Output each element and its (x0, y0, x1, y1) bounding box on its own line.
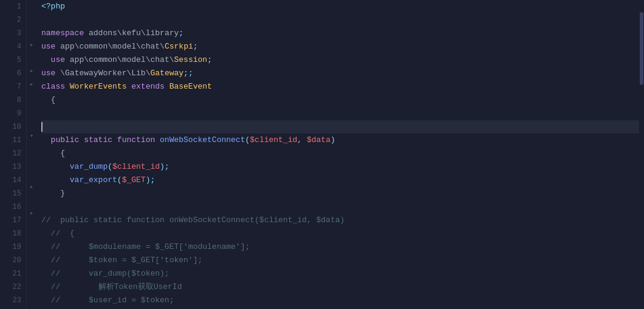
code-line (41, 120, 639, 134)
code-token: ; (150, 174, 155, 187)
code-token: common (79, 40, 108, 53)
code-line: use app\common\model\chat\Session; (41, 53, 639, 67)
code-token: { (41, 147, 65, 160)
code-token: { (60, 227, 74, 240)
code-token: model (112, 40, 136, 53)
code-token: ; (165, 160, 170, 174)
line-number: 2 (0, 13, 21, 27)
code-token: ( (108, 160, 112, 174)
code-token: model (122, 53, 146, 67)
code-token: \ (170, 53, 174, 67)
code-line: // { (41, 227, 639, 240)
code-token: var_dump($token); (60, 267, 169, 280)
code-token: $client_id (250, 134, 297, 147)
line-number: 15 (0, 187, 21, 200)
code-token: = (141, 240, 155, 254)
fold-marker[interactable]: ▸ (27, 206, 36, 220)
code-line: // var_dump($token); (41, 267, 639, 280)
line-number: 14 (0, 174, 21, 187)
code-token: chat (150, 53, 169, 67)
code-token: static (84, 134, 117, 147)
code-token: \ (60, 67, 65, 80)
code-line: use app\common\model\chat\Csrkpi; (41, 40, 639, 53)
code-token: use (41, 53, 70, 67)
code-line (41, 200, 639, 214)
code-token: \ (108, 40, 112, 53)
line-number: 16 (0, 200, 21, 214)
code-token: public (41, 134, 84, 147)
scrollbar[interactable] (639, 0, 644, 309)
fold-marker (27, 168, 36, 180)
line-number: 23 (0, 294, 21, 307)
code-token: onWebSocketConnect (160, 134, 245, 147)
code-token: use (41, 67, 60, 80)
code-area[interactable]: <?phpnamespace addons\kefu\library;use a… (36, 0, 639, 309)
code-token: ( (245, 134, 250, 147)
code-line: // 解析Token获取UserId (41, 280, 639, 294)
line-number: 12 (0, 147, 21, 160)
line-number: 13 (0, 160, 21, 174)
code-editor: 123456789101112131415161718192021222324 … (0, 0, 644, 309)
code-token: public static function onWebSocketConnec… (51, 214, 345, 227)
line-number: 20 (0, 254, 21, 267)
line-number: 22 (0, 280, 21, 294)
code-token: \ (160, 40, 165, 53)
code-token: Session (174, 53, 208, 67)
code-line: class WorkerEvents extends BaseEvent (41, 80, 639, 93)
code-token: \ (141, 27, 146, 40)
code-token: // (41, 214, 51, 227)
fold-marker (27, 245, 36, 258)
line-number: 1 (0, 0, 21, 13)
fold-marker (27, 13, 36, 25)
code-token: chat (141, 40, 160, 53)
fold-marker (27, 296, 36, 309)
fold-marker[interactable]: ▸ (27, 38, 36, 52)
fold-marker (27, 117, 36, 129)
code-line: public static function onWebSocketConnec… (41, 134, 639, 147)
code-token: GatewayWorker (65, 67, 126, 80)
code-token: // (41, 280, 60, 294)
fold-marker (27, 233, 36, 245)
code-token: app (70, 53, 84, 67)
code-token: ; (179, 27, 183, 40)
line-number: 7 (0, 80, 21, 93)
fold-marker[interactable]: ▸ (27, 180, 36, 194)
code-token: app (60, 40, 74, 53)
fold-gutter[interactable]: ▸▸▸▾▸▸ (27, 0, 36, 309)
fold-marker (27, 258, 36, 271)
code-token: // (41, 294, 60, 307)
fold-marker (27, 220, 36, 233)
code-token: <?php (41, 0, 65, 13)
code-token: $user_id = $token; (60, 294, 174, 307)
line-number: 4 (0, 40, 21, 53)
code-token: // (41, 254, 60, 267)
fold-marker[interactable]: ▸ (27, 64, 36, 78)
code-token: // (41, 267, 60, 280)
scrollbar-thumb[interactable] (640, 12, 643, 85)
code-line: namespace addons\kefu\library; (41, 27, 639, 40)
fold-marker (27, 143, 36, 155)
line-number: 11 (0, 134, 21, 147)
fold-marker[interactable]: ▾ (27, 129, 36, 143)
fold-marker (27, 91, 36, 104)
code-token: var_dump (41, 160, 108, 174)
code-token: 解析Token获取UserId (60, 280, 182, 294)
code-token: ; (193, 40, 198, 53)
code-token: $token = $_GET['token']; (60, 254, 202, 267)
line-number: 18 (0, 227, 21, 240)
fold-marker (27, 52, 36, 64)
code-token: ; (207, 53, 212, 67)
code-token: $client_id (112, 160, 160, 174)
code-token: \ (75, 40, 80, 53)
text-cursor (41, 122, 43, 132)
code-line: var_export($_GET); (41, 174, 639, 187)
code-token: addons (89, 27, 117, 40)
line-number: 9 (0, 107, 21, 120)
code-line: // public static function onWebSocketCon… (41, 214, 639, 227)
fold-marker (27, 284, 36, 296)
code-token: ( (117, 174, 122, 187)
fold-marker[interactable]: ▸ (27, 78, 36, 91)
code-token: // (41, 227, 60, 240)
line-number: 5 (0, 53, 21, 67)
code-line: } (41, 187, 639, 200)
